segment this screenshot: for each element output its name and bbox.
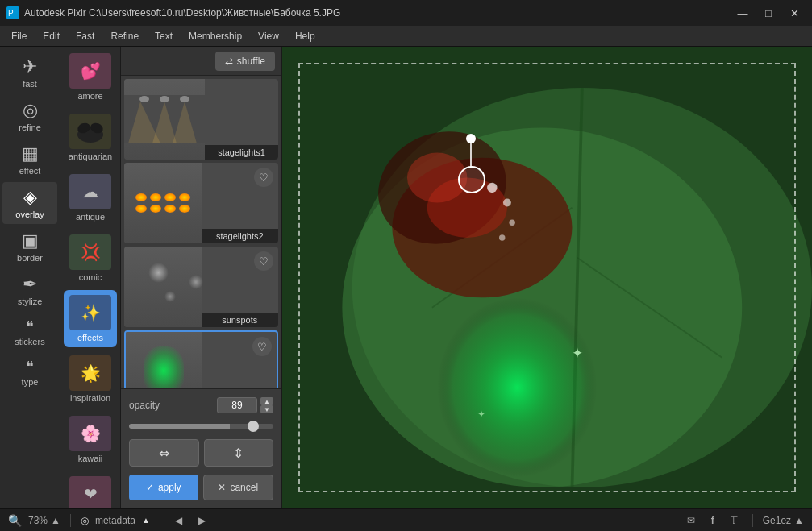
- category-comic[interactable]: 💢 comic: [64, 230, 117, 287]
- type-icon: ❝: [26, 358, 34, 375]
- user-account[interactable]: Ge1ez ▲: [763, 515, 804, 526]
- menu-membership[interactable]: Membership: [181, 28, 250, 44]
- minimize-button[interactable]: —: [731, 5, 754, 21]
- apply-check-icon: ✓: [146, 482, 154, 493]
- antique-thumb: ☁: [69, 174, 111, 209]
- stagelights1-preview: [124, 79, 205, 160]
- window-controls: — □ ✕: [731, 5, 806, 21]
- tool-stickers[interactable]: ❝ stickers: [2, 313, 57, 351]
- next-button[interactable]: ▶: [194, 513, 210, 528]
- tool-effect-label: effect: [19, 166, 41, 176]
- shuffle-icon: ⇄: [225, 56, 233, 67]
- effect-card-stagelights1[interactable]: stagelights1: [124, 79, 278, 160]
- window-title: Autodesk Pixlr C:\Users\freesoft10.ru\De…: [24, 7, 731, 19]
- effect-card-sunspots[interactable]: ♡ sunspots: [124, 247, 278, 327]
- flip-vertical-button[interactable]: ⇕: [204, 439, 274, 467]
- menubar: File Edit Fast Refine Text Membership Vi…: [0, 26, 812, 47]
- metadata-link[interactable]: metadata: [95, 515, 135, 526]
- sunspot1: [148, 263, 169, 283]
- shuffle-label: shuffle: [237, 56, 265, 67]
- light-dot: [179, 205, 190, 213]
- zoom-level[interactable]: 73% ▲: [28, 515, 60, 526]
- light-dot: [164, 205, 176, 213]
- close-button[interactable]: ✕: [783, 5, 806, 21]
- kawaii-thumb: 🌸: [69, 416, 111, 451]
- effect-card-wizardry[interactable]: ♡ wizardry: [124, 330, 278, 388]
- tool-overlay[interactable]: ◈ overlay: [2, 182, 57, 224]
- tool-effect[interactable]: ▦ effect: [2, 139, 57, 180]
- cancel-button[interactable]: ✕ cancel: [203, 475, 274, 500]
- heart-button-stagelights2[interactable]: ♡: [254, 168, 273, 187]
- heart-button-wizardry[interactable]: ♡: [252, 337, 272, 356]
- twitter-button[interactable]: 𝕋: [726, 513, 743, 528]
- control-point-center[interactable]: [458, 166, 485, 193]
- menu-edit[interactable]: Edit: [35, 28, 68, 44]
- category-amore[interactable]: 💕 amore: [64, 48, 117, 106]
- effect-card-stagelights2[interactable]: ♡ stagelights2: [124, 163, 278, 243]
- opacity-input[interactable]: [217, 397, 257, 413]
- flip-horizontal-button[interactable]: ⇔: [129, 439, 199, 467]
- heart-button-sunspots[interactable]: ♡: [254, 251, 273, 271]
- category-inspiration[interactable]: 🌟 inspiration: [64, 351, 117, 408]
- stickers-icon: ❝: [26, 317, 34, 335]
- statusbar: 🔍 73% ▲ ◎ metadata ▲ ◀ ▶ ✉ f 𝕋 Ge1ez ▲: [0, 508, 812, 531]
- svg-text:P: P: [8, 9, 14, 18]
- zoom-value: 73%: [28, 515, 48, 526]
- menu-file[interactable]: File: [3, 28, 35, 44]
- tool-border[interactable]: ▣ border: [2, 226, 57, 268]
- category-inspiration-label: inspiration: [70, 393, 110, 403]
- light-dot: [150, 193, 161, 201]
- category-love[interactable]: ❤ love: [64, 471, 117, 508]
- facebook-button[interactable]: f: [706, 513, 719, 528]
- tool-stylize-label: stylize: [18, 297, 43, 306]
- opacity-down-button[interactable]: ▼: [260, 405, 273, 413]
- email-button[interactable]: ✉: [682, 513, 700, 528]
- control-line: [470, 142, 472, 168]
- app-body: ✈ fast ◎ refine ▦ effect ◈ overlay ▣ bor…: [0, 47, 812, 508]
- tool-stylize[interactable]: ✒ stylize: [2, 269, 57, 311]
- stylize-icon: ✒: [23, 274, 37, 295]
- tool-refine[interactable]: ◎ refine: [2, 95, 57, 137]
- tool-fast-label: fast: [23, 79, 37, 89]
- prev-button[interactable]: ◀: [170, 513, 187, 528]
- sunspots-preview: [124, 247, 202, 327]
- social-buttons: ✉ f 𝕋: [682, 513, 743, 528]
- apply-label: apply: [158, 482, 181, 493]
- menu-fast[interactable]: Fast: [68, 28, 102, 44]
- zoom-up-icon: ▲: [51, 515, 60, 526]
- sunspot2: [189, 275, 203, 289]
- category-antiquarian[interactable]: antiquarian: [64, 109, 117, 166]
- search-icon: 🔍: [8, 514, 22, 527]
- tool-type[interactable]: ❝ type: [2, 353, 57, 392]
- cancel-x-icon: ✕: [218, 482, 226, 493]
- tool-type-label: type: [22, 377, 39, 387]
- shuffle-button[interactable]: ⇄ shuffle: [215, 52, 275, 71]
- canvas-area[interactable]: ✦ ✦: [282, 47, 812, 508]
- light-dot: [164, 193, 176, 201]
- wiz-glow: [144, 346, 184, 388]
- menu-text[interactable]: Text: [147, 28, 181, 44]
- light-dot: [135, 205, 147, 213]
- category-antique[interactable]: ☁ antique: [64, 169, 117, 226]
- light-dot: [150, 205, 161, 213]
- category-effects[interactable]: ✨ effects: [64, 290, 117, 347]
- fast-icon: ✈: [23, 56, 37, 77]
- refine-icon: ◎: [23, 100, 38, 121]
- category-kawaii[interactable]: 🌸 kawaii: [64, 411, 117, 468]
- sunspot3: [164, 291, 176, 302]
- tool-fast[interactable]: ✈ fast: [2, 52, 57, 93]
- overlay-icon: ◈: [23, 187, 37, 208]
- menu-refine[interactable]: Refine: [102, 28, 147, 44]
- account-up-icon: ▲: [794, 515, 804, 526]
- flip-v-icon: ⇕: [233, 446, 244, 461]
- apply-button[interactable]: ✓ apply: [129, 475, 198, 500]
- opacity-slider[interactable]: [129, 424, 273, 429]
- stagelights2-preview: [124, 163, 202, 243]
- maximize-button[interactable]: □: [757, 5, 780, 21]
- menu-view[interactable]: View: [250, 28, 287, 44]
- menu-help[interactable]: Help: [287, 28, 323, 44]
- stagelights2-label: stagelights2: [202, 229, 279, 243]
- light-dot: [179, 193, 190, 201]
- category-comic-label: comic: [79, 272, 102, 282]
- opacity-up-button[interactable]: ▲: [260, 397, 273, 405]
